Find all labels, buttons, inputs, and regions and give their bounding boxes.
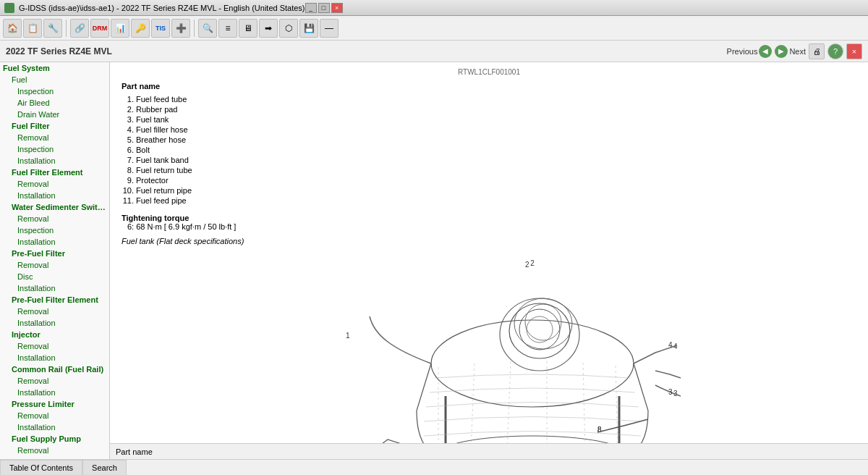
- list-item: Bolt: [136, 146, 856, 154]
- list-item: Fuel return pipe: [136, 186, 856, 195]
- close-button[interactable]: ×: [331, 3, 343, 13]
- prev-circle-icon[interactable]: ◀: [759, 45, 772, 58]
- sidebar-item-removal-8[interactable]: Removal: [0, 410, 109, 421]
- list-item: Protector: [136, 176, 856, 185]
- sidebar-item-pre-fuel-filter-element[interactable]: Pre-Fuel Filter Element: [0, 294, 109, 306]
- sidebar-item-installation-6[interactable]: Installation: [0, 352, 109, 363]
- svg-text:4: 4: [668, 341, 673, 349]
- list-item: Fuel filler hose: [136, 125, 856, 134]
- next-button[interactable]: ▶ Next: [775, 45, 806, 58]
- sidebar-item-common-rail[interactable]: Common Rail (Fuel Rail): [0, 363, 109, 375]
- maximize-button[interactable]: □: [318, 3, 330, 13]
- tightening-torque-label: Tightening torque: [122, 214, 189, 222]
- sidebar-item-inspection-3[interactable]: Inspection: [0, 224, 109, 236]
- title-bar: G-IDSS (idss-ae)\idss-ae1) - 2022 TF Ser…: [0, 0, 868, 16]
- main-layout: Fuel System Fuel Inspection Air Bleed Dr…: [0, 62, 868, 459]
- next-circle-icon[interactable]: ▶: [775, 45, 788, 58]
- torque-value: 6: 68 N·m [ 6.9 kgf·m / 50 lb·ft ]: [127, 222, 856, 231]
- bottom-part-name: Part name: [110, 443, 868, 459]
- app-icon: [4, 3, 14, 13]
- dash-icon[interactable]: —: [320, 19, 339, 38]
- arrow-icon[interactable]: ➡: [259, 19, 278, 38]
- fuel-tank-label: Fuel tank (Flat deck specifications): [122, 237, 856, 245]
- svg-point-25: [519, 309, 560, 350]
- sidebar-item-pressure-limiter[interactable]: Pressure Limiter: [0, 398, 109, 410]
- close-nav-button[interactable]: ×: [846, 43, 862, 59]
- drm-icon[interactable]: DRM: [90, 19, 109, 38]
- prev-label: Previous: [727, 47, 758, 56]
- tools-icon[interactable]: 🔧: [43, 19, 62, 38]
- list-item: Fuel tank: [136, 115, 856, 124]
- sidebar-item-fuel[interactable]: Fuel: [0, 74, 109, 85]
- toolbar-separator-2: [194, 20, 195, 37]
- sidebar-item-installation-2[interactable]: Installation: [0, 190, 109, 201]
- sidebar-item-drain-water[interactable]: Drain Water: [0, 109, 109, 120]
- bottom-part-name-label: Part name: [116, 447, 153, 456]
- clipboard-icon[interactable]: 📋: [23, 19, 42, 38]
- sidebar-item-inspection-1[interactable]: Inspection: [0, 85, 109, 97]
- sidebar-item-disc[interactable]: Disc: [0, 271, 109, 282]
- sidebar-item-removal-2[interactable]: Removal: [0, 178, 109, 190]
- sidebar-item-fuel-filter-element[interactable]: Fuel Filter Element: [0, 167, 109, 178]
- help-button[interactable]: ?: [827, 43, 843, 59]
- part-name-header: Part name: [122, 82, 856, 91]
- svg-text:2: 2: [530, 259, 535, 267]
- sidebar-item-injector[interactable]: Injector: [0, 329, 109, 340]
- sidebar-item-installation-5[interactable]: Installation: [0, 317, 109, 329]
- home-icon[interactable]: 🏠: [3, 19, 22, 38]
- svg-point-24: [509, 303, 570, 358]
- sidebar-item-removal-1[interactable]: Removal: [0, 132, 109, 143]
- sidebar-item-air-bleed[interactable]: Air Bleed: [0, 97, 109, 109]
- app-title: 2022 TF Series RZ4E MVL: [6, 46, 112, 56]
- sidebar-item-installation-9[interactable]: Installation: [0, 456, 109, 459]
- nav-right: Previous ◀ ▶ Next 🖨 ? ×: [727, 43, 862, 59]
- plus-icon[interactable]: ➕: [171, 19, 190, 38]
- hex-icon[interactable]: ⬡: [279, 19, 298, 38]
- key-icon[interactable]: 🔑: [131, 19, 150, 38]
- tightening-torque-section: Tightening torque 6: 68 N·m [ 6.9 kgf·m …: [122, 214, 856, 231]
- sidebar-item-pre-fuel-filter[interactable]: Pre-Fuel Filter: [0, 248, 109, 259]
- list-item: Fuel feed tube: [136, 95, 856, 104]
- list-item: Fuel return tube: [136, 166, 856, 175]
- sidebar-item-installation-3[interactable]: Installation: [0, 236, 109, 248]
- svg-text:1: 1: [346, 332, 350, 340]
- list-item: Fuel feed pipe: [136, 196, 856, 205]
- sidebar-fuel-system-title: Fuel System: [0, 62, 109, 74]
- sidebar-item-fuel-filter[interactable]: Fuel Filter: [0, 120, 109, 132]
- tab-search[interactable]: Search: [82, 460, 127, 476]
- monitor-icon[interactable]: 🖥: [239, 19, 258, 38]
- tis-icon[interactable]: TIS: [151, 19, 170, 38]
- menu-icon[interactable]: ≡: [218, 19, 237, 38]
- title-bar-text: G-IDSS (idss-ae)\idss-ae1) - 2022 TF Ser…: [19, 4, 305, 12]
- tab-table-of-contents[interactable]: Table Of Contents: [0, 460, 82, 476]
- sidebar-item-removal-9[interactable]: Removal: [0, 445, 109, 456]
- sidebar-item-installation-8[interactable]: Installation: [0, 421, 109, 433]
- toolbar: 🏠 📋 🔧 🔗 DRM 📊 🔑 TIS ➕ 🔍 ≡ 🖥 ➡ ⬡ 💾 —: [0, 16, 868, 41]
- chart-icon[interactable]: 📊: [111, 19, 129, 38]
- sidebar-item-installation-1[interactable]: Installation: [0, 155, 109, 167]
- sidebar-item-removal-6[interactable]: Removal: [0, 340, 109, 352]
- next-label: Next: [789, 47, 806, 56]
- link-icon[interactable]: 🔗: [70, 19, 89, 38]
- prev-button[interactable]: Previous ◀: [727, 45, 773, 58]
- search-icon[interactable]: 🔍: [198, 19, 217, 38]
- minimize-button[interactable]: _: [305, 3, 317, 13]
- diagram-container: 2 4 3 8 9 7 6 5 10: [122, 251, 856, 459]
- sidebar-item-removal-7[interactable]: Removal: [0, 375, 109, 387]
- list-item: Rubber pad: [136, 105, 856, 114]
- sidebar-item-removal-5[interactable]: Removal: [0, 306, 109, 317]
- sidebar-item-inspection-2[interactable]: Inspection: [0, 143, 109, 155]
- sidebar-item-removal-4[interactable]: Removal: [0, 259, 109, 271]
- list-item: Breather hose: [136, 135, 856, 144]
- list-item: Fuel tank band: [136, 156, 856, 164]
- sidebar-item-installation-4[interactable]: Installation: [0, 282, 109, 294]
- sidebar-item-removal-3[interactable]: Removal: [0, 213, 109, 224]
- title-bar-controls[interactable]: _ □ ×: [305, 3, 343, 13]
- sidebar-item-water-sedimenter[interactable]: Water Sedimenter Switch: [0, 201, 109, 213]
- nav-bar: 2022 TF Series RZ4E MVL Previous ◀ ▶ Nex…: [0, 41, 868, 62]
- sidebar-item-installation-7[interactable]: Installation: [0, 387, 109, 398]
- save-icon[interactable]: 💾: [299, 19, 318, 38]
- content-area: RTWL1CLF001001 Part name Fuel feed tube …: [110, 62, 868, 459]
- print-button[interactable]: 🖨: [809, 43, 825, 59]
- sidebar-item-fuel-supply-pump[interactable]: Fuel Supply Pump: [0, 433, 109, 445]
